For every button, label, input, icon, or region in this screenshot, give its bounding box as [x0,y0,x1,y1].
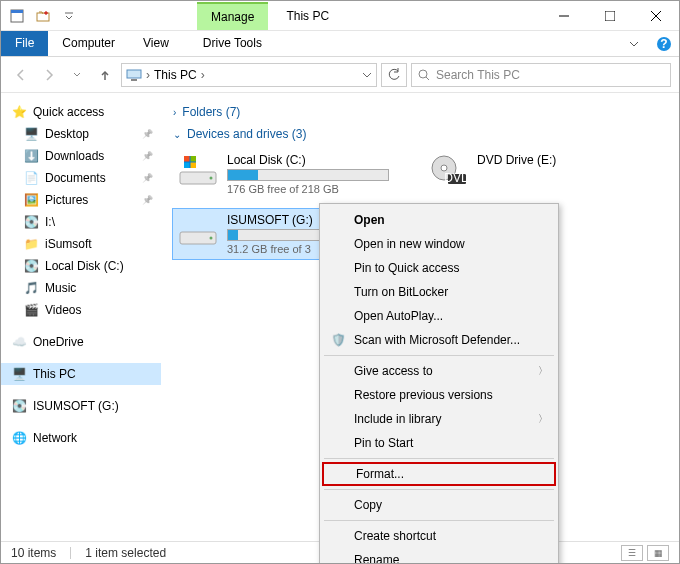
window-title: This PC [268,1,541,30]
group-drives[interactable]: ⌄Devices and drives (3) [173,127,667,141]
chevron-right-icon: 〉 [538,412,548,426]
separator [324,489,554,490]
drive-label: DVD Drive (E:) [477,153,619,167]
navigation-pane: ⭐Quick access 🖥️Desktop ⬇️Downloads 📄Doc… [1,93,161,541]
svg-rect-7 [605,11,615,21]
tab-view[interactable]: View [129,31,183,56]
tab-computer[interactable]: Computer [48,31,129,56]
drive-label: Local Disk (C:) [227,153,389,167]
sidebar-item-local-disk-c[interactable]: 💽Local Disk (C:) [1,255,161,277]
documents-icon: 📄 [23,170,39,186]
drive-free-text: 176 GB free of 218 GB [227,183,389,195]
ctx-pin-start[interactable]: Pin to Start [322,431,556,455]
svg-rect-2 [37,13,49,21]
address-bar: › This PC › Search This PC [1,57,679,93]
svg-point-15 [419,70,427,78]
manage-tab-label: Manage [197,2,268,30]
ctx-defender-scan[interactable]: 🛡️Scan with Microsoft Defender... [322,328,556,352]
ribbon-expand-icon[interactable] [619,31,649,56]
forward-button[interactable] [37,63,61,87]
sidebar-item-documents[interactable]: 📄Documents [1,167,161,189]
context-tab-group: Manage [197,1,268,30]
context-menu: Open Open in new window Pin to Quick acc… [319,203,559,564]
this-pc-icon: 🖥️ [11,366,27,382]
svg-text:?: ? [660,37,667,51]
tab-file[interactable]: File [1,31,48,56]
svg-rect-21 [191,156,197,162]
sidebar-onedrive[interactable]: ☁️OneDrive [1,331,161,353]
breadcrumb[interactable]: › This PC › [121,63,377,87]
separator [324,520,554,521]
back-button[interactable] [9,63,33,87]
maximize-button[interactable] [587,1,633,30]
chevron-right-icon: › [201,68,205,82]
drive-capacity-bar [227,169,389,181]
sidebar-item-i-drive[interactable]: 💽I:\ [1,211,161,233]
chevron-right-icon: › [173,107,176,118]
minimize-button[interactable] [541,1,587,30]
svg-rect-14 [131,79,137,81]
downloads-icon: ⬇️ [23,148,39,164]
sidebar-item-isumsoft-folder[interactable]: 📁iSumsoft [1,233,161,255]
titlebar: Manage This PC [1,1,679,31]
close-button[interactable] [633,1,679,30]
shield-icon: 🛡️ [328,333,348,347]
sidebar-this-pc[interactable]: 🖥️This PC [1,363,161,385]
sidebar-isumsoft-drive[interactable]: 💽ISUMSOFT (G:) [1,395,161,417]
sidebar-item-downloads[interactable]: ⬇️Downloads [1,145,161,167]
ctx-format[interactable]: Format... [322,462,556,486]
search-icon [418,69,430,81]
breadcrumb-this-pc[interactable]: This PC [154,68,197,82]
qat-customize-icon[interactable] [57,4,81,28]
ctx-open-new-window[interactable]: Open in new window [322,232,556,256]
sidebar-item-desktop[interactable]: 🖥️Desktop [1,123,161,145]
svg-rect-13 [127,70,141,78]
drive-dvd[interactable]: DVD DVD Drive (E:) [423,149,623,199]
qat-properties-icon[interactable] [5,4,29,28]
help-icon[interactable]: ? [649,31,679,56]
svg-rect-1 [11,10,23,13]
star-icon: ⭐ [11,104,27,120]
drive-local-disk-c[interactable]: Local Disk (C:) 176 GB free of 218 GB [173,149,393,199]
ctx-open[interactable]: Open [322,208,556,232]
desktop-icon: 🖥️ [23,126,39,142]
svg-point-18 [210,177,213,180]
up-button[interactable] [93,63,117,87]
refresh-button[interactable] [381,63,407,87]
usb-drive-icon: 💽 [11,398,27,414]
ctx-give-access[interactable]: Give access to〉 [322,359,556,383]
onedrive-icon: ☁️ [11,334,27,350]
windows-drive-icon [177,153,219,189]
view-tiles-button[interactable]: ▦ [647,545,669,561]
ctx-copy[interactable]: Copy [322,493,556,517]
quick-access-toolbar [1,1,87,30]
ctx-restore-versions[interactable]: Restore previous versions [322,383,556,407]
group-folders[interactable]: ›Folders (7) [173,105,667,119]
ctx-include-library[interactable]: Include in library〉 [322,407,556,431]
ctx-autoplay[interactable]: Open AutoPlay... [322,304,556,328]
ctx-pin-quick-access[interactable]: Pin to Quick access [322,256,556,280]
ribbon-tabs: File Computer View Drive Tools ? [1,31,679,57]
sidebar-network[interactable]: 🌐Network [1,427,161,449]
sidebar-quick-access[interactable]: ⭐Quick access [1,101,161,123]
sidebar-item-videos[interactable]: 🎬Videos [1,299,161,321]
tab-drive-tools[interactable]: Drive Tools [189,31,276,56]
ctx-create-shortcut[interactable]: Create shortcut [322,524,556,548]
music-icon: 🎵 [23,280,39,296]
ctx-bitlocker[interactable]: Turn on BitLocker [322,280,556,304]
chevron-right-icon: 〉 [538,364,548,378]
qat-new-folder-icon[interactable] [31,4,55,28]
sidebar-item-pictures[interactable]: 🖼️Pictures [1,189,161,211]
svg-rect-23 [191,163,197,169]
sidebar-item-music[interactable]: 🎵Music [1,277,161,299]
address-dropdown-icon[interactable] [362,70,372,80]
ctx-rename[interactable]: Rename [322,548,556,564]
chevron-down-icon: ⌄ [173,129,181,140]
folder-icon: 📁 [23,236,39,252]
network-icon: 🌐 [11,430,27,446]
recent-locations-button[interactable] [65,63,89,87]
drive-icon: 💽 [23,258,39,274]
videos-icon: 🎬 [23,302,39,318]
search-box[interactable]: Search This PC [411,63,671,87]
view-details-button[interactable]: ☰ [621,545,643,561]
